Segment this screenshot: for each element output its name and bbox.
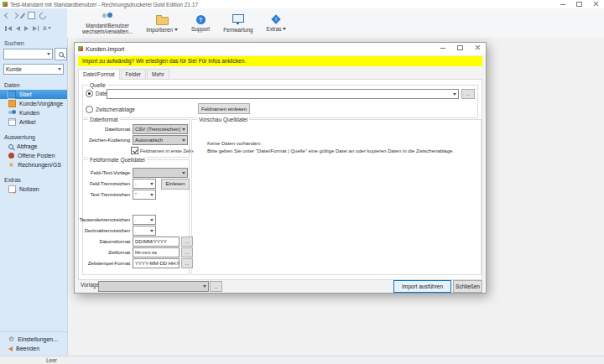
search-button[interactable] [55, 48, 67, 60]
chevron-down-icon [182, 128, 185, 131]
tab-felder[interactable]: Felder [121, 69, 146, 79]
datumsformat-input[interactable]: DD/MM/YYYY [133, 237, 180, 247]
next-record-icon[interactable] [24, 26, 29, 31]
zeitstempel-format-input[interactable]: YYYY-MM-DD HH:NN:SS [133, 258, 180, 268]
minimize-icon[interactable] [437, 44, 448, 51]
extras-diamond-icon: ! [272, 14, 281, 23]
invoices-star-icon: ★ [8, 162, 14, 168]
zeitformat-input[interactable]: hh:mm:ss [133, 247, 180, 257]
dezimaltrennzeichen-select[interactable]: , [133, 226, 156, 236]
kodierung-select[interactable]: Automatisch [133, 135, 188, 145]
importieren-button[interactable]: Importieren [139, 8, 185, 38]
dateiformat-label: Dateiformat [85, 127, 130, 132]
search-row [3, 48, 67, 60]
import-folder-icon [156, 17, 169, 25]
vorlage-select[interactable] [98, 281, 209, 292]
mandant-benutzer-button[interactable]: Mandant/Benutzer wechseln/verwalten... [76, 8, 139, 38]
sidebar-item-artikel[interactable]: Artikel [0, 117, 67, 127]
dezimaltrennzeichen-label: Dezimaltrennzeichen [85, 228, 130, 233]
kodierung-label: Zeichen-Kodierung [85, 138, 130, 143]
chevron-down-icon [453, 93, 456, 96]
vorlage-browse-button[interactable]: ... [210, 281, 222, 292]
toolbar-buttons: Mandant/Benutzer wechseln/verwalten... I… [76, 8, 293, 38]
datei-radio[interactable] [86, 90, 93, 97]
fernwartung-button[interactable]: Fernwartung [216, 8, 259, 38]
sidebar-item-abfrage[interactable]: Abfrage [0, 142, 67, 151]
search-input[interactable] [3, 49, 53, 60]
vorschau-message: Keine Daten vorhanden: Bitte geben Sie u… [207, 140, 454, 154]
datumsformat-label: Datumsformat [85, 239, 130, 244]
search-scope-select[interactable]: Kunde [3, 64, 64, 75]
tab-mehr[interactable]: Mehr [147, 69, 169, 79]
section-header-daten: Daten [4, 82, 67, 88]
sidebar-item-offene-posten[interactable]: Offene Posten [0, 151, 67, 160]
text-trennzeichen-select[interactable]: " [133, 190, 156, 200]
toolbar: A Mandant/Benutzer wechseln/verwalten...… [0, 8, 604, 39]
sidebar-item-beenden[interactable]: Beenden [0, 344, 67, 353]
chevron-down-icon [283, 28, 286, 30]
maximize-icon[interactable] [455, 44, 466, 51]
support-button[interactable]: ? Support [185, 8, 216, 38]
window-controls [557, 1, 601, 8]
browse-file-button[interactable]: ... [461, 89, 475, 99]
schliessen-button[interactable]: Schließen [453, 280, 482, 293]
feldnamen-checkbox[interactable] [131, 147, 138, 154]
zeitformat-more-button[interactable]: ... [181, 247, 193, 257]
chevron-down-icon [182, 172, 185, 174]
support-icon: ? [196, 15, 206, 24]
record-navigation-block: A [0, 8, 67, 38]
close-icon[interactable] [591, 1, 601, 8]
feld-text-vorlage-select[interactable] [133, 168, 188, 178]
back-icon[interactable] [4, 13, 10, 18]
sidebar-item-einstellungen[interactable]: ⚙ Einstellungen... [0, 335, 67, 344]
users-icon [102, 12, 113, 21]
customers-icon [8, 110, 16, 116]
feld-text-vorlage-label: Feld-/Text-Vorlage [85, 170, 130, 175]
sort-icon[interactable]: A [43, 25, 51, 31]
edit-icon[interactable] [20, 13, 26, 18]
app-icon [3, 2, 8, 7]
extras-button[interactable]: ! Extras [259, 8, 293, 38]
dateiformat-select[interactable]: CSV (Trennzeichen) [133, 124, 188, 134]
dialog-icon [78, 46, 83, 51]
tausendertrennzeichen-label: Tausendertrennzeichen [85, 217, 130, 222]
close-icon[interactable] [472, 44, 483, 51]
save-icon[interactable] [28, 12, 35, 19]
sidebar-item-rechnungen[interactable]: ★ Rechnungen/GS [0, 160, 67, 169]
datumsformat-more-button[interactable]: ... [181, 237, 193, 247]
dateiformat-legend: Dateiformat [88, 117, 120, 122]
section-header-auswertung: Auswertung [4, 134, 67, 140]
sidebar-item-start[interactable]: Start [0, 90, 67, 99]
tausendertrennzeichen-select[interactable]: . [133, 215, 156, 225]
feldformate-group: Feldformate Quelldatei Feld-/Text-Vorlag… [82, 159, 190, 275]
sidebar-item-kunde-vorgaenge[interactable]: Kunde/Vorgänge [0, 99, 67, 108]
sidebar: Suchen Kunde Daten Start Kunde/Vorgänge … [0, 38, 68, 356]
dialog-footer: Vorlage ... Import ausführen Schließen [75, 278, 486, 293]
first-record-icon[interactable] [5, 26, 12, 31]
last-record-icon[interactable] [33, 26, 39, 31]
import-ausfuehren-button[interactable]: Import ausführen [393, 280, 451, 293]
promo-banner[interactable]: Import zu aufwändig? Wir erledigen das f… [78, 56, 482, 66]
chevron-down-icon [150, 194, 154, 196]
sidebar-item-kunden[interactable]: Kunden [0, 108, 67, 117]
undo-icon[interactable] [38, 11, 47, 20]
zeitstempel-more-button[interactable]: ... [181, 258, 193, 268]
zwischenablage-radio[interactable] [86, 106, 93, 113]
previous-record-icon[interactable] [16, 26, 20, 31]
feldnamen-einlesen-button[interactable]: Feldnamen einlesen [198, 103, 250, 114]
open-items-icon [8, 153, 14, 159]
maximize-icon[interactable] [574, 1, 585, 8]
feld-trennzeichen-select[interactable]: ; [133, 179, 156, 189]
minimize-icon[interactable] [557, 1, 568, 8]
remote-monitor-icon [232, 14, 244, 23]
kunden-import-dialog: Kunden-Import Import zu aufwändig? Wir e… [74, 42, 487, 294]
dialog-titlebar: Kunden-Import [75, 43, 486, 55]
sidebar-item-notizen[interactable]: Notizen [0, 185, 67, 194]
tab-datei-format[interactable]: Datei/Format [78, 69, 120, 80]
einlesen-button[interactable]: Einlesen [161, 179, 190, 190]
gear-icon: ⚙ [8, 336, 14, 343]
dateiformat-group: Dateiformat Dateiformat CSV (Trennzeiche… [82, 119, 190, 158]
forward-icon[interactable] [13, 13, 18, 18]
datei-path-input[interactable] [107, 89, 459, 99]
chevron-down-icon [150, 230, 154, 232]
